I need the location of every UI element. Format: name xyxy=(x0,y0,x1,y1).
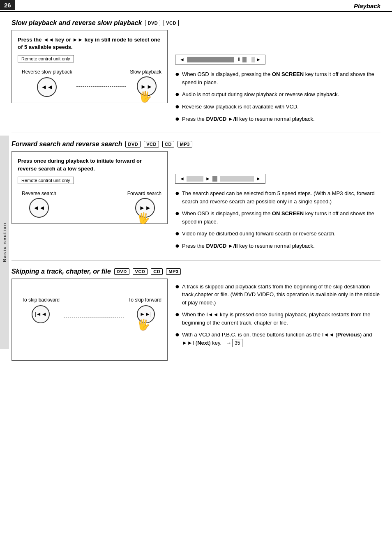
section1-bullet-3-text: Reverse slow playback is not available w… xyxy=(182,103,299,111)
section2-bullet-1: ● The search speed can be selected from … xyxy=(175,189,380,205)
section2-dash xyxy=(60,208,123,208)
section2-bullet-4: ● Press the DVD/CD ►/II key to resume no… xyxy=(175,242,380,250)
section1-bullet-4: ● Press the DVD/CD ►/II key to resume no… xyxy=(175,115,380,123)
main-content: Slow playback and reverse slow playback … xyxy=(0,19,392,369)
section3-bullet-1-text: A track is skipped and playback starts f… xyxy=(182,283,380,307)
basic-section-label: Basic section xyxy=(0,136,9,349)
section1-bullet-2-dot: ● xyxy=(175,90,180,99)
section3-left-diagram: To skip backward |◄◄ xyxy=(22,297,60,323)
page-title: Playback xyxy=(354,2,380,9)
section1-badge-vcd: VCD xyxy=(164,20,179,26)
section1-bullet-3-dot: ● xyxy=(175,103,180,111)
section3-bullet-2: ● When the I◄◄ key is pressed once durin… xyxy=(175,311,380,327)
section1-bullet-4-text: Press the DVD/CD ►/II key to resume norm… xyxy=(182,115,315,123)
section1-bullet-1-dot: ● xyxy=(175,70,180,78)
section2-remote-badge: Remote control unit only xyxy=(18,177,74,184)
section2-instruction: Press once during playback to initiate f… xyxy=(18,157,161,172)
section3-right-diagram: To skip forward ►►| 🖐 xyxy=(128,297,161,323)
section3-left-box: To skip backward |◄◄ To skip forward ►►|… xyxy=(12,279,168,361)
section2-bullet-2-text: When OSD is displayed, pressing the ON S… xyxy=(182,210,380,226)
section1-remote-badge: Remote control unit only xyxy=(18,55,74,62)
section1-label-left: Reverse slow playback xyxy=(22,69,72,76)
section1-bullet-4-dot: ● xyxy=(175,115,180,123)
section1-bullet-1-text: When OSD is displayed, pressing the ON S… xyxy=(182,70,380,86)
section2-progress-display: ◄ ► ► xyxy=(175,174,265,184)
section1-bullet-2: ● Audio is not output during slow playba… xyxy=(175,90,380,99)
section3-title: Skipping a track, chapter, or file xyxy=(12,268,111,275)
section3-dash xyxy=(64,318,124,318)
section2-header: Forward search and reverse search DVD VC… xyxy=(12,140,380,148)
section2-label-left: Reverse search xyxy=(22,191,56,196)
section2-bullet-4-dot: ● xyxy=(175,242,180,250)
section1-hand-icon: 🖐 xyxy=(138,91,152,102)
section3-body: To skip backward |◄◄ To skip forward ►►|… xyxy=(12,279,380,361)
section2-badge-mp3: MP3 xyxy=(178,141,192,147)
page-container: 26 Playback Basic section Slow playback … xyxy=(0,0,392,555)
section3-bullet-2-text: When the I◄◄ key is pressed once during … xyxy=(182,311,380,327)
section2-right-diagram: Forward search ►► 🖐 xyxy=(127,191,161,218)
section1-dash xyxy=(76,86,126,87)
section3-label-left: To skip backward xyxy=(22,297,60,303)
section1-bullet-1: ● When OSD is displayed, pressing the ON… xyxy=(175,70,380,86)
section2-body: Press once during playback to initiate f… xyxy=(12,151,380,254)
section2-bullet-1-dot: ● xyxy=(175,189,180,198)
section1-left-box: Press the ◄◄ key or ►► key in still mode… xyxy=(12,30,168,103)
section3-prev-btn: |◄◄ xyxy=(32,305,50,323)
section3-hand-area: ►►| 🖐 xyxy=(135,303,155,323)
section2-bullet-2-dot: ● xyxy=(175,210,180,218)
section2-bullets: ◄ ► ► ● The search speed can be selected… xyxy=(175,151,380,254)
section2-left-box: Press once during playback to initiate f… xyxy=(12,151,168,223)
section1-progress-display: ◄ II ► xyxy=(175,55,265,64)
section3-badge-vcd: VCD xyxy=(133,268,148,275)
section3-bullet-1: ● A track is skipped and playback starts… xyxy=(175,283,380,307)
section2-label-right: Forward search xyxy=(127,191,161,196)
section1-bullet-3: ● Reverse slow playback is not available… xyxy=(175,103,380,111)
section1-hand-area: ►► 🖐 xyxy=(135,75,157,96)
section3-bullet-3-text: With a VCD and P.B.C. is on, these butto… xyxy=(182,331,380,347)
section1-body: Press the ◄◄ key or ►► key in still mode… xyxy=(12,30,380,127)
section1-right-diagram: Slow playback ►► 🖐 xyxy=(130,69,161,96)
divider-1 xyxy=(12,133,380,133)
divider-2 xyxy=(12,260,380,260)
section3-bullet-3: ● With a VCD and P.B.C. is on, these but… xyxy=(175,331,380,347)
section2-bullet-4-text: Press the DVD/CD ►/II key to resume norm… xyxy=(182,242,315,250)
section1-badge-dvd: DVD xyxy=(145,20,160,26)
section2-bullet-3: ● Video may be disturbed during forward … xyxy=(175,230,380,238)
section2-title: Forward search and reverse search xyxy=(12,140,122,148)
section1-bullets: ◄ II ► ● When OSD is displayed, pressing… xyxy=(175,30,380,127)
section2-hand-icon: 🖐 xyxy=(137,213,150,223)
section2-badge-cd: CD xyxy=(162,141,174,147)
section1-title: Slow playback and reverse slow playback xyxy=(12,19,142,27)
section2-bullet-3-dot: ● xyxy=(175,230,180,238)
section1-bullet-2-text: Audio is not output during slow playback… xyxy=(182,90,339,99)
section2-left-diagram: Reverse search ◄◄ xyxy=(22,191,56,218)
section3-bullet-3-dot: ● xyxy=(175,331,180,339)
section3-badge-dvd: DVD xyxy=(114,268,129,275)
section1-instruction: Press the ◄◄ key or ►► key in still mode… xyxy=(18,36,161,51)
section3-badge-mp3: MP3 xyxy=(166,268,181,275)
section3-bullets: ● A track is skipped and playback starts… xyxy=(175,279,380,351)
section2-badge-vcd: VCD xyxy=(144,141,159,147)
section2-bullet-3-text: Video may be disturbed during forward se… xyxy=(182,230,336,238)
section2-rewind-btn: ◄◄ xyxy=(29,198,49,218)
section1-rewind-btn: ◄◄ xyxy=(37,77,57,97)
section1-label-right: Slow playback xyxy=(130,69,161,75)
section2-hand-area: ►► 🖐 xyxy=(134,196,155,218)
section1-header: Slow playback and reverse slow playback … xyxy=(12,19,380,27)
section3-hand-icon: 🖐 xyxy=(137,319,150,330)
section2-bullet-1-text: The search speed can be selected from 5 … xyxy=(182,189,380,205)
section3-bullet-1-dot: ● xyxy=(175,283,180,291)
page-number: 26 xyxy=(0,0,15,10)
section3-bullet-2-dot: ● xyxy=(175,311,180,319)
page-header: Playback xyxy=(0,0,392,12)
section3-label-right: To skip forward xyxy=(128,297,161,303)
section2-badge-dvd: DVD xyxy=(125,141,141,147)
section3-header: Skipping a track, chapter, or file DVD V… xyxy=(12,268,380,275)
section3-badge-cd: CD xyxy=(151,268,163,275)
section2-bullet-2: ● When OSD is displayed, pressing the ON… xyxy=(175,210,380,226)
section1-left-diagram: Reverse slow playback ◄◄ xyxy=(22,69,72,97)
